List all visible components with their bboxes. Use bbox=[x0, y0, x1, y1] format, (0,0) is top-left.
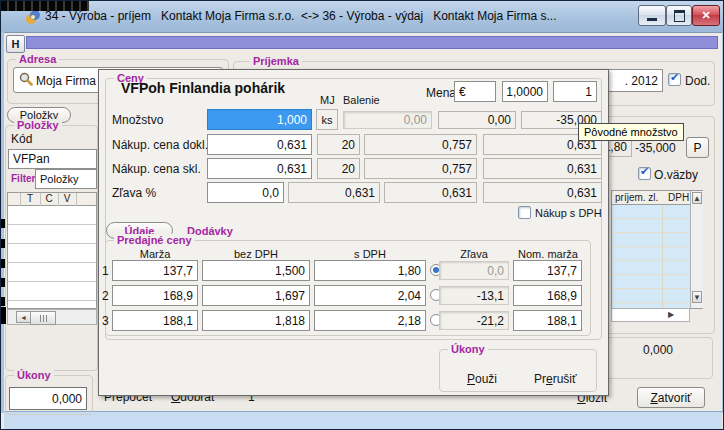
zlava-field[interactable]: 0,0 bbox=[207, 182, 284, 203]
maximize-icon bbox=[674, 10, 685, 22]
nakup-skl-dph: 20 bbox=[317, 158, 360, 179]
minimize-button[interactable] bbox=[638, 5, 666, 26]
close-button[interactable]: ✕ bbox=[692, 5, 720, 26]
detail-table[interactable]: príjem. zl. DPH ▲ ▼ bbox=[611, 190, 703, 309]
prijemka-label: Príjemka bbox=[250, 55, 302, 67]
minimize-icon bbox=[647, 18, 657, 21]
marza-field-2[interactable]: 168,9 bbox=[112, 285, 198, 306]
zlava-cell-2: -13,1 bbox=[439, 286, 509, 305]
nakup-dokl-dph: 20 bbox=[317, 134, 360, 155]
items-table-body[interactable] bbox=[8, 206, 96, 308]
detail-table-body[interactable] bbox=[612, 205, 690, 308]
header-zlava: Zľava bbox=[439, 248, 509, 260]
nom-marza-field-2[interactable]: 168,9 bbox=[513, 285, 582, 306]
price-row-number: 2 bbox=[102, 289, 109, 303]
dod-label: Dod. bbox=[685, 74, 710, 88]
marza-field-3[interactable]: 188,1 bbox=[112, 310, 198, 331]
filter-combobox[interactable]: Položky bbox=[35, 169, 97, 189]
dod-checkbox[interactable] bbox=[668, 73, 681, 86]
s-dph-field-2[interactable]: 2,04 bbox=[314, 285, 426, 306]
mj-header-label: MJ bbox=[320, 94, 335, 106]
header-marza: Marža bbox=[112, 248, 198, 260]
bez-dph-field-3[interactable]: 1,818 bbox=[202, 310, 310, 331]
row-tick bbox=[1, 259, 5, 268]
zlava-cell-3: -21,2 bbox=[439, 311, 509, 330]
row-tick bbox=[1, 297, 5, 306]
nakup-dokl-label: Nákup. cena dokl. bbox=[112, 138, 208, 152]
close-icon: ✕ bbox=[701, 9, 710, 22]
nakup-skl-sdph: 0,757 bbox=[364, 158, 477, 179]
scroll-right-arrow[interactable]: ▶ bbox=[668, 310, 674, 319]
quantity-cell: -35,000 bbox=[635, 141, 676, 155]
zatvorit-button[interactable]: Zatvoriť bbox=[637, 387, 705, 408]
balenie-header-label: Balenie bbox=[343, 94, 380, 106]
company-name: Moja Firma bbox=[36, 74, 96, 88]
bez-dph-field-1[interactable]: 1,500 bbox=[202, 260, 310, 281]
p-button[interactable]: P bbox=[686, 137, 709, 158]
ukony-dialog-label: Úkony bbox=[448, 343, 488, 355]
app-window: 34 - Výroba - príjem Kontakt Moja Firma … bbox=[0, 0, 724, 430]
grid-line bbox=[662, 205, 663, 308]
scroll-left-arrow[interactable]: ◂ bbox=[16, 311, 31, 323]
quantity-field[interactable]: 1,000 bbox=[207, 109, 312, 130]
scroll-down-arrow[interactable]: ▼ bbox=[692, 291, 702, 303]
nakup-skl-total: 0,631 bbox=[483, 158, 602, 179]
zlava-value-1: 0,631 bbox=[288, 182, 380, 203]
nakup-dokl-sdph: 0,757 bbox=[364, 134, 477, 155]
rate-field[interactable]: 1,0000 bbox=[502, 81, 548, 102]
ukony-amount-field[interactable]: 0,000 bbox=[9, 387, 87, 410]
polozky-group-label: Položky bbox=[14, 119, 62, 131]
ceny-dialog: Ceny VFPoh Finlandia pohárik MJ Balenie … bbox=[98, 69, 609, 396]
header-s-dph: s DPH bbox=[314, 248, 426, 260]
kod-label: Kód bbox=[11, 132, 32, 146]
marza-field-1[interactable]: 137,7 bbox=[112, 260, 198, 281]
title-bar[interactable]: 34 - Výroba - príjem Kontakt Moja Firma … bbox=[1, 1, 724, 33]
filter-label: Filter bbox=[8, 173, 38, 185]
unit-count-field[interactable]: 1 bbox=[553, 81, 597, 102]
nakup-s-dph-label: Nákup s DPH bbox=[535, 207, 602, 219]
nakup-dokl-field[interactable]: 0,631 bbox=[207, 134, 312, 155]
product-title: VFPoh Finlandia pohárik bbox=[121, 80, 285, 96]
app-icon bbox=[25, 9, 41, 25]
col-header-dph: DPH bbox=[668, 192, 689, 203]
items-table[interactable]: T C V bbox=[7, 192, 97, 309]
col-header-c: C bbox=[40, 193, 58, 204]
price-row-number: 3 bbox=[102, 314, 109, 328]
nom-marza-field-3[interactable]: 188,1 bbox=[513, 310, 582, 331]
currency-field[interactable]: € bbox=[454, 81, 496, 102]
window-footer-strip bbox=[4, 411, 722, 429]
tooltip: Pôvodné množstvo bbox=[578, 123, 684, 141]
h-toolbar-button[interactable]: H bbox=[6, 35, 25, 53]
maximize-button[interactable] bbox=[666, 5, 692, 26]
row-tick bbox=[1, 219, 5, 228]
pouzi-button[interactable]: Použi bbox=[467, 372, 497, 386]
zlava-label: Zľava % bbox=[112, 186, 156, 200]
adresa-label: Adresa bbox=[16, 53, 59, 65]
row-tick bbox=[1, 239, 5, 248]
mnozstvo-label: Množstvo bbox=[112, 113, 163, 127]
s-dph-field-1[interactable]: 1,80 bbox=[314, 260, 426, 281]
balenie-field: 0,00 bbox=[343, 111, 432, 129]
zlava-value-3: 0,631 bbox=[483, 182, 602, 203]
zlava-value-2: 0,631 bbox=[384, 182, 477, 203]
s-dph-field-3[interactable]: 2,18 bbox=[314, 310, 426, 331]
window-title: 34 - Výroba - príjem Kontakt Moja Firma … bbox=[45, 9, 557, 23]
ovazby-checkbox[interactable] bbox=[638, 167, 651, 180]
header-nom-marza: Nom. marža bbox=[511, 248, 585, 260]
detail-hscroll-strip[interactable]: ▶ bbox=[611, 308, 690, 322]
scroll-up-arrow[interactable]: ▲ bbox=[692, 192, 702, 204]
items-hscrollbar[interactable]: ◂ bbox=[7, 309, 97, 325]
prerusit-button[interactable]: Prerušiť bbox=[534, 372, 577, 386]
bez-dph-field-2[interactable]: 1,697 bbox=[202, 285, 310, 306]
nakup-s-dph-checkbox[interactable] bbox=[518, 206, 531, 219]
col-header-v: V bbox=[58, 193, 76, 204]
scrollbar-grip[interactable] bbox=[30, 311, 56, 325]
kod-combobox[interactable]: VFPan bbox=[8, 149, 97, 169]
total-right-value: 0,000 bbox=[601, 343, 673, 357]
nom-marza-field-1[interactable]: 137,7 bbox=[513, 260, 582, 281]
nakup-skl-field[interactable]: 0,631 bbox=[207, 158, 312, 179]
watermark-overlay bbox=[1, 1, 89, 11]
ovazby-label: O.väzby bbox=[654, 168, 698, 182]
mena-label: Mena bbox=[426, 86, 456, 100]
detail-vscrollbar[interactable]: ▲ ▼ bbox=[690, 191, 703, 308]
